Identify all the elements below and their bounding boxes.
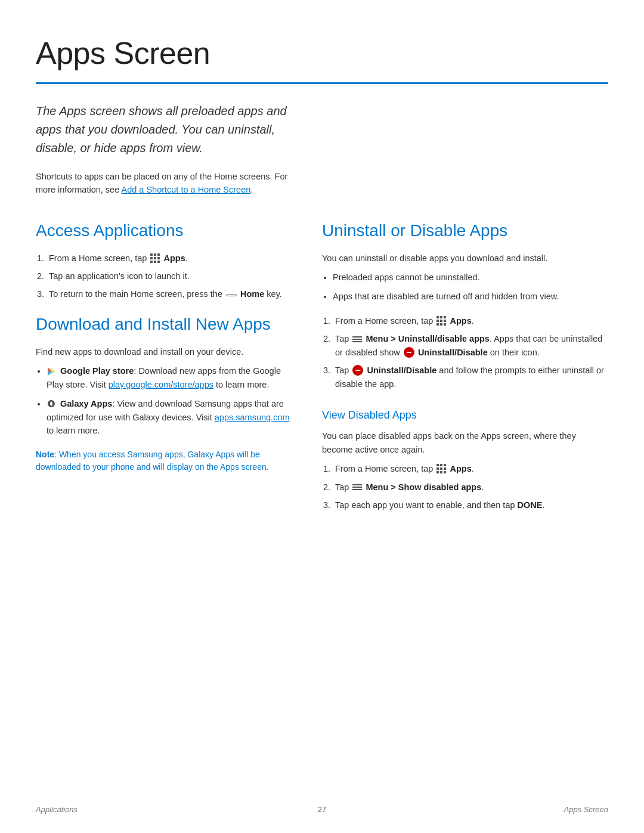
page-title: Apps Screen (36, 30, 608, 76)
two-column-layout: Access Applications From a Home screen, … (36, 218, 608, 523)
download-bullet-google: Google Play store: Download new apps fro… (47, 364, 292, 391)
shortcut-note: Shortcuts to apps can be placed on any o… (36, 171, 292, 197)
disabled-step-2: Tap Menu > Show disabled apps. (333, 481, 608, 494)
home-label: Home (240, 289, 264, 299)
footer-left: Applications (36, 804, 78, 816)
menu-icon-1 (352, 336, 362, 342)
access-step-1: From a Home screen, tap Apps. (47, 252, 292, 265)
disabled-apps-intro: You can place disabled apps back on the … (322, 429, 608, 456)
apps-grid-icon-1 (150, 253, 160, 263)
uninstall-bullet-1: Preloaded apps cannot be uninstalled. (333, 271, 608, 284)
disabled-apps-heading: View Disabled Apps (322, 407, 608, 423)
intro-text: The Apps screen shows all preloaded apps… (36, 102, 292, 157)
uninstall-intro: You can uninstall or disable apps you do… (322, 252, 608, 265)
download-bullets: Google Play store: Download new apps fro… (47, 364, 292, 437)
page-content: Apps Screen The Apps screen shows all pr… (0, 0, 644, 571)
download-intro: Find new apps to download and install on… (36, 345, 292, 358)
shortcut-note-end: . (250, 185, 253, 194)
galaxy-apps-link[interactable]: apps.samsung.com (215, 413, 290, 422)
menu-label-1: Menu > Uninstall/disable apps (366, 334, 489, 343)
title-divider (36, 82, 608, 84)
shortcut-link[interactable]: Add a Shortcut to a Home Screen (121, 185, 250, 194)
google-play-label: Google Play store (60, 366, 134, 376)
uninstall-steps-list: From a Home screen, tap Apps. Tap Menu >… (333, 314, 608, 391)
menu-label-2: Menu > Show disabled apps (366, 482, 481, 492)
uninstall-bullet-2: Apps that are disabled are turned off an… (333, 290, 608, 303)
home-key-icon (226, 294, 237, 296)
uninstall-disable-label-1: Uninstall/Disable (418, 348, 488, 357)
download-heading: Download and Install New Apps (36, 312, 292, 337)
footer-center: 27 (318, 804, 326, 816)
access-heading: Access Applications (36, 218, 292, 243)
svg-marker-3 (51, 367, 55, 371)
disabled-step-3: Tap each app you want to enable, and the… (333, 498, 608, 512)
uninstall-step-1: From a Home screen, tap Apps. (333, 314, 608, 327)
uninstall-step-2: Tap Menu > Uninstall/disable apps. Apps … (333, 332, 608, 359)
disabled-step-1: From a Home screen, tap Apps. (333, 462, 608, 475)
note-label: Note (36, 450, 54, 459)
apps-label-1: Apps (163, 253, 185, 263)
uninstall-disable-label-2: Uninstall/Disable (367, 366, 436, 375)
uninstall-heading: Uninstall or Disable Apps (322, 218, 608, 243)
download-bullet-galaxy: Galaxy Apps: View and download Samsung a… (47, 397, 292, 437)
galaxy-apps-label: Galaxy Apps (60, 399, 112, 408)
menu-icon-2 (352, 484, 362, 490)
uninstall-bullets: Preloaded apps cannot be uninstalled. Ap… (333, 271, 608, 304)
access-step-3: To return to the main Home screen, press… (47, 287, 292, 301)
disabled-apps-steps: From a Home screen, tap Apps. Tap Menu >… (333, 462, 608, 512)
galaxy-apps-icon (47, 399, 56, 408)
left-column: Access Applications From a Home screen, … (36, 218, 292, 473)
download-note: Note: When you access Samsung apps, Gala… (36, 448, 292, 473)
done-label: DONE (518, 500, 543, 510)
uninstall-badge-1: – (404, 347, 414, 358)
uninstall-step-3: Tap – Uninstall/Disable and follow the p… (333, 364, 608, 391)
apps-grid-icon-3 (436, 464, 446, 473)
google-play-icon (47, 367, 56, 376)
apps-label-3: Apps (450, 464, 471, 473)
access-steps-list: From a Home screen, tap Apps. Tap an app… (47, 252, 292, 301)
apps-grid-icon-2 (436, 316, 446, 326)
apps-label-2: Apps (450, 316, 471, 326)
google-play-link[interactable]: play.google.com/store/apps (109, 380, 213, 389)
access-step-2: Tap an application's icon to launch it. (47, 270, 292, 283)
footer-right: Apps Screen (564, 804, 608, 816)
right-column: Uninstall or Disable Apps You can uninst… (322, 218, 608, 523)
uninstall-badge-2: – (352, 365, 363, 376)
